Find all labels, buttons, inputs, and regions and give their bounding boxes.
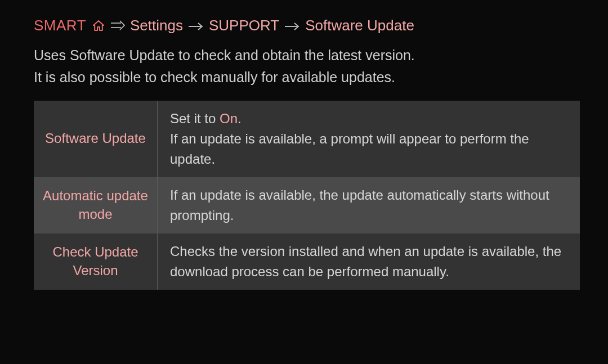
breadcrumb-settings: Settings [130,17,183,34]
intro-text: Uses Software Update to check and obtain… [34,44,580,88]
intro-line-1: Uses Software Update to check and obtain… [34,44,580,66]
arrow-right-icon [189,18,203,34]
arrow-right-icon [285,18,299,34]
breadcrumb: SMART Settings SUPPORT [34,17,580,34]
table-row: Automatic update mode If an update is av… [34,177,580,233]
row-desc-check-update-version: Checks the version installed and when an… [158,233,580,290]
options-table: Software Update Set it to On. If an upda… [34,101,580,290]
row-desc-software-update: Set it to On. If an update is available,… [158,101,580,177]
desc-text: . [238,111,242,126]
breadcrumb-smart: SMART [34,17,86,34]
arrow-double-icon [111,18,126,34]
page-content: SMART Settings SUPPORT [0,0,608,307]
desc-text: Set it to [170,111,220,126]
intro-line-2: It is also possible to check manually fo… [34,66,580,88]
breadcrumb-support: SUPPORT [209,17,279,34]
table-row: Check Update Version Checks the version … [34,233,580,290]
row-desc-automatic-update: If an update is available, the update au… [158,177,580,233]
row-label-check-update-version: Check Update Version [34,233,158,290]
home-icon [92,19,105,33]
desc-text: If an update is available, a prompt will… [170,131,529,167]
row-label-software-update: Software Update [34,101,158,177]
table-row: Software Update Set it to On. If an upda… [34,101,580,177]
breadcrumb-software-update: Software Update [305,17,414,34]
desc-on-value: On [220,111,238,126]
row-label-automatic-update: Automatic update mode [34,177,158,233]
